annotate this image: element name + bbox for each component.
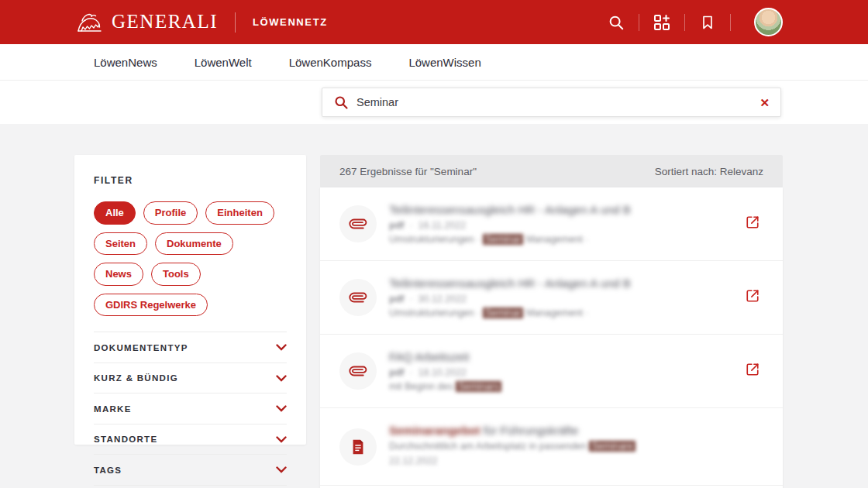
chip-einheiten[interactable]: Einheiten (205, 201, 274, 225)
generali-logo[interactable]: GENERALI (74, 11, 218, 34)
results-header: 267 Ergebnisse für "Seminar" Sortiert na… (320, 155, 783, 187)
brand-wordmark: GENERALI (112, 12, 218, 33)
generali-lion-icon (74, 11, 105, 34)
search-box: ✕ (322, 88, 781, 117)
magnifier-icon (333, 95, 349, 110)
highlighted-term: Seminare (589, 441, 636, 452)
result-item[interactable]: Teilinteressensausgleich HR - Anlagen A … (320, 261, 783, 335)
paperclip-icon (346, 285, 370, 309)
top-header-bar: GENERALI LÖWENNETZ (0, 0, 868, 44)
content-area: FILTER Alle Profile Einheiten Seiten Dok… (0, 124, 868, 488)
attachment-badge (339, 279, 377, 316)
search-strip: ✕ (0, 81, 868, 124)
attachment-badge (339, 205, 377, 242)
attachment-badge (339, 352, 377, 390)
result-title: Teilinteressensausgleich HR - Anlagen A … (389, 203, 717, 216)
paperclip-icon (346, 211, 370, 235)
nav-item-loewennews[interactable]: LöwenNews (94, 56, 157, 69)
chevron-down-icon (276, 405, 287, 412)
result-date: 22.12.2022 (389, 455, 717, 466)
results-count: 267 Ergebnisse für "Seminar" (339, 166, 477, 177)
filter-section-standorte[interactable]: STANDORTE (94, 424, 287, 455)
result-meta: pdf · 30.12.2022 (389, 294, 717, 304)
chevron-down-icon (276, 375, 287, 382)
news-badge (339, 428, 377, 466)
chip-tools[interactable]: Tools (151, 263, 201, 286)
filter-title: FILTER (94, 175, 287, 186)
chip-news[interactable]: News (94, 263, 143, 286)
filter-sidebar: FILTER Alle Profile Einheiten Seiten Dok… (74, 155, 306, 445)
bookmark-icon[interactable] (698, 12, 718, 33)
chevron-down-icon (276, 466, 287, 473)
result-item[interactable]: FAQ Arbeitszeit pdf · 18.10.2022 mit Beg… (320, 335, 783, 408)
highlighted-term: Seminar (483, 308, 524, 318)
clear-search-icon[interactable]: ✕ (760, 97, 770, 108)
user-avatar[interactable] (754, 8, 783, 36)
nav-item-loewenwelt[interactable]: LöwenWelt (195, 56, 252, 69)
result-item[interactable]: Teilinteressensausgleich HR - Anlagen A … (320, 187, 783, 261)
nav-item-loewenkompass[interactable]: LöwenKompass (289, 56, 372, 69)
news-document-icon (350, 438, 367, 455)
result-description: Umstrukturierungen · Seminar Management … (389, 308, 717, 318)
paperclip-icon (346, 359, 370, 383)
search-input[interactable] (356, 96, 760, 108)
icon-divider (684, 14, 685, 31)
result-title: Seminarangebot für Führungskräfte (389, 424, 717, 437)
sort-selector[interactable]: Sortiert nach: Relevanz (655, 166, 763, 177)
filter-section-marke[interactable]: MARKE (94, 393, 287, 424)
filter-chips: Alle Profile Einheiten Seiten Dokumente … (94, 201, 287, 316)
result-meta: pdf · 18.10.2022 (389, 367, 717, 378)
search-icon[interactable] (606, 12, 626, 33)
highlighted-term: Seminar (483, 234, 524, 245)
nav-item-loewenwissen[interactable]: LöwenWissen (408, 56, 480, 69)
apps-add-icon[interactable] (652, 12, 672, 33)
main-navigation: LöwenNews LöwenWelt LöwenKompass LöwenWi… (0, 44, 868, 81)
result-meta: pdf · 16.11.2022 (389, 220, 717, 231)
external-link-icon[interactable] (746, 363, 760, 380)
icon-divider (730, 14, 731, 31)
result-description: Umstrukturierungen · Seminar Management … (389, 234, 717, 245)
highlighted-term: Seminars (456, 381, 501, 392)
chip-profile[interactable]: Profile (143, 201, 198, 225)
result-item[interactable]: Seminarangebot für Führungskräfte Durchs… (320, 408, 783, 486)
filter-section-dokumententyp[interactable]: DOKUMENTENTYP (94, 332, 287, 363)
portal-name: LÖWENNETZ (253, 16, 328, 28)
chevron-down-icon (276, 436, 287, 443)
result-title: Teilinteressensausgleich HR - Anlagen A … (389, 277, 717, 290)
chip-seiten[interactable]: Seiten (94, 232, 147, 256)
chip-alle[interactable]: Alle (94, 201, 136, 225)
result-title: FAQ Arbeitszeit (389, 350, 717, 363)
external-link-icon[interactable] (746, 215, 760, 232)
chip-gdirs-regelwerke[interactable]: GDIRS Regelwerke (94, 294, 208, 317)
result-description: Durchschnittlich am Arbeitsplatz in pass… (389, 441, 717, 452)
chip-dokumente[interactable]: Dokumente (155, 232, 233, 256)
external-link-icon[interactable] (746, 289, 760, 306)
header-divider (235, 12, 236, 33)
filter-section-kurz-buendig[interactable]: KURZ & BÜNDIG (94, 363, 287, 394)
filter-accordions: DOKUMENTENTYP KURZ & BÜNDIG MARKE STANDO… (94, 332, 287, 488)
chevron-down-icon (276, 344, 287, 351)
filter-section-tags[interactable]: TAGS (94, 455, 287, 486)
results-list: Teilinteressensausgleich HR - Anlagen A … (320, 187, 783, 488)
search-results: 267 Ergebnisse für "Seminar" Sortiert na… (320, 155, 783, 488)
icon-divider (639, 14, 639, 31)
highlighted-term: Seminarangebot (389, 424, 480, 437)
result-description: mit Beginn des Seminars (389, 381, 717, 392)
